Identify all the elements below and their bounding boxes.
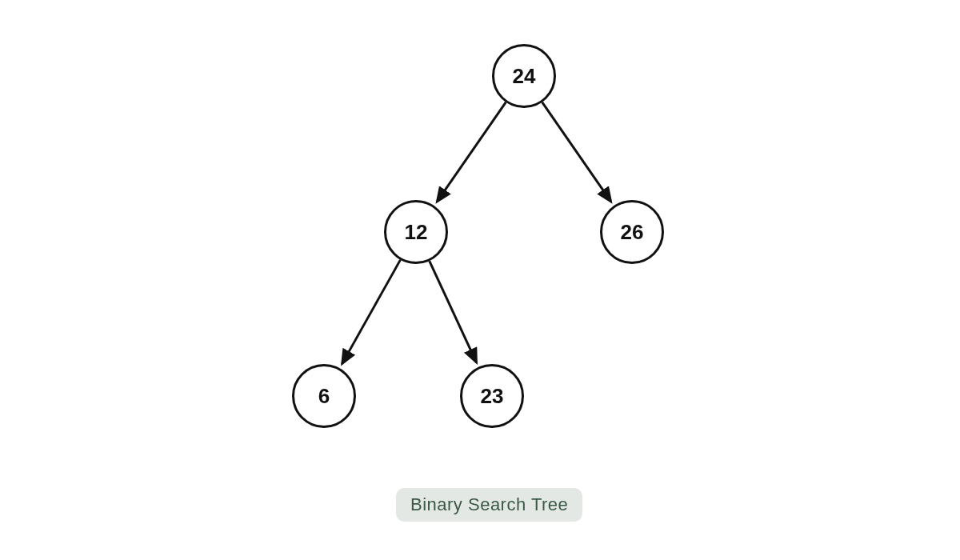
tree-node-root: 24	[492, 44, 556, 108]
node-value: 12	[405, 220, 428, 245]
node-value: 24	[513, 64, 536, 89]
tree-node-left: 12	[384, 200, 448, 264]
node-value: 6	[318, 384, 330, 409]
node-value: 26	[621, 220, 644, 245]
node-value: 23	[481, 384, 504, 409]
edge-root-to-right	[542, 102, 611, 202]
edge-left-to-left_right	[430, 261, 477, 362]
tree-node-right: 26	[600, 200, 664, 264]
edge-left-to-left_left	[342, 260, 401, 364]
edge-root-to-left	[437, 102, 506, 202]
edges-layer	[0, 0, 960, 560]
diagram-caption: Binary Search Tree	[396, 488, 582, 522]
diagram-canvas: 24 12 26 6 23 Binary Search Tree	[0, 0, 960, 560]
tree-node-left-left: 6	[292, 364, 356, 428]
caption-text: Binary Search Tree	[410, 494, 568, 514]
tree-node-left-right: 23	[460, 364, 524, 428]
